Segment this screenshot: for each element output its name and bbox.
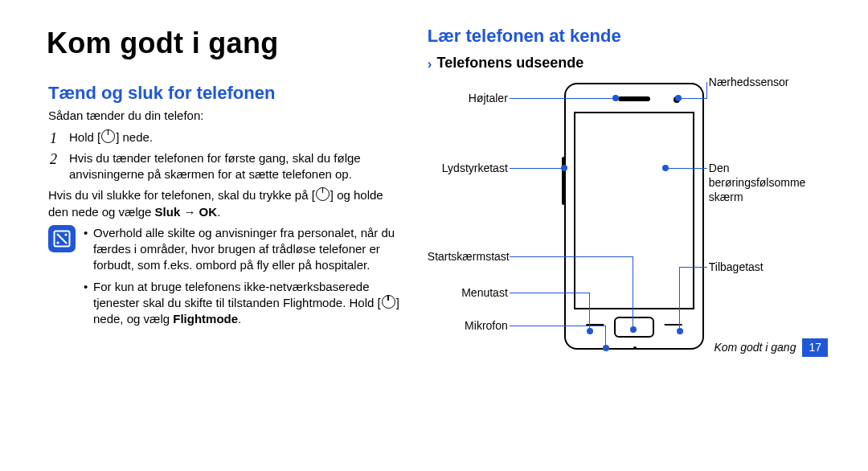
step-1-text-post: ] nede. [116,130,153,144]
label-proximity: Nærhedssensor [709,76,789,89]
chevron-right-icon: › [428,55,432,74]
note-icon [48,225,76,252]
section-heading-know-phone: Lær telefonen at kende [428,24,828,48]
svg-point-2 [56,241,59,244]
leader-dot [675,95,682,101]
leader-dot [612,95,619,101]
leader [633,256,634,329]
leader-dot [587,328,593,334]
leader [589,293,591,330]
leader [678,98,707,100]
leader-dot [677,328,683,334]
leader [510,256,633,258]
volume-shape [562,157,566,205]
leader [605,326,607,347]
label-back: Tilbagetast [709,260,764,274]
leader [510,326,606,327]
note-block: Overhold alle skilte og anvisninger fra … [48,225,403,333]
phone-outline [564,83,704,350]
leader [706,82,708,98]
leader [680,267,707,268]
page-title: Kom godt i gang [47,24,403,63]
power-icon [101,129,115,143]
svg-point-3 [64,233,67,236]
leader-dot [603,345,609,351]
label-screen-line2: berøringsfølsomme [709,176,806,190]
mic-shape [633,346,637,350]
leader [679,267,681,331]
note-bullet-2: For kun at bruge telefonens ikke-netværk… [84,279,403,328]
power-icon [382,295,395,309]
subsection-label: Telefonens udseende [436,55,583,71]
step-2: Hvis du tænder telefonen for første gang… [48,150,403,183]
leader-dot [630,326,637,333]
screen-shape [574,112,694,309]
label-screen-line1: Den [709,162,730,175]
step-1-text-pre: Hold [ [69,130,100,144]
leader-dot [561,165,567,171]
phone-diagram: Højtaler Lydstyrketast Startskærmstast M… [428,79,828,368]
running-title: Kom godt i gang [714,340,796,355]
note-bullet-1: Overhold alle skilte og anvisninger fra … [84,225,403,274]
label-earpiece: Højtaler [428,92,508,105]
label-menu: Menutast [428,286,508,300]
earpiece-shape [618,96,650,101]
note2-tail: . [238,312,241,326]
section-heading-power: Tænd og sluk for telefonen [48,81,403,105]
note-bullet-list: Overhold alle skilte og anvisninger fra … [84,225,403,333]
intro-text: Sådan tænder du din telefon: [48,108,403,124]
steps-list: Hold [] nede. Hvis du tænder telefonen f… [48,129,403,183]
power-off-text: Hvis du vil slukke for telefonen, skal d… [48,187,403,220]
subsection-appearance: ›Telefonens udseende [428,53,828,74]
step-1: Hold [] nede. [48,129,403,145]
poweroff-bold: Sluk → OK [155,205,218,219]
leader [510,293,590,294]
label-mic: Mikrofon [428,319,508,333]
leader-dot [662,165,669,171]
leader [510,168,564,170]
power-icon [316,187,330,201]
poweroff-tail: . [217,205,220,219]
page-number: 17 [802,338,828,357]
label-screen-line3: skærm [709,190,743,204]
label-home: Startskærmstast [428,250,508,264]
poweroff-pre: Hvis du vil slukke for telefonen, skal d… [48,188,315,202]
page-footer: Kom godt i gang 17 [714,338,828,357]
note2-bold: Flightmode [173,312,238,326]
note2-pre: For kun at bruge telefonens ikke-netværk… [93,280,381,309]
leader [510,98,614,100]
label-volume: Lydstyrketast [428,162,508,175]
leader [665,168,707,170]
